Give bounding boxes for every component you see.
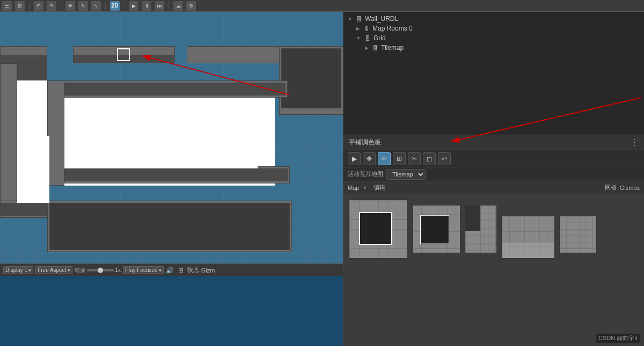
scene-canvas[interactable]: ⋮ (0, 12, 343, 263)
2d-toggle[interactable]: 2D (110, 1, 120, 11)
selection-box (117, 48, 130, 61)
tool-paint[interactable]: ✏ (378, 152, 391, 165)
tile-sprite-5[interactable] (559, 216, 597, 253)
wall-bottom-dark (49, 203, 290, 250)
sep5 (169, 2, 169, 10)
scene-bottom-bar: Display 1 Free Aspect 缩放 1x Play Focused… (0, 263, 343, 276)
zoom-slider[interactable] (87, 269, 114, 271)
hierarchy-panel: ▼ 🗄 Wall_URDL ▶ 🗄 Map Rooms 0 ▼ 🗄 Grid ▶ (343, 12, 644, 135)
tile-palette-header: 平铺调色板 ⋮ (343, 135, 644, 150)
tile-palette-toolbar: ▶ ✥ ✏ ⊞ ✂ ◻ ↩ (343, 150, 644, 167)
tile-sprite-2[interactable] (412, 205, 460, 253)
tool-fill[interactable]: ↩ (438, 152, 451, 165)
tilemap-content (0, 12, 343, 263)
hierarchy-mesh-icon: 🗄 (355, 15, 363, 23)
gizmos-label: Gizm (201, 267, 215, 274)
tool-move[interactable]: ✥ (363, 152, 376, 165)
room-inner2 (64, 136, 258, 168)
tile-sprite-4[interactable] (501, 216, 555, 259)
map-bar-right: 网格 Gizmos (605, 183, 640, 192)
sep4 (124, 2, 125, 10)
aspect-dropdown[interactable]: Free Aspect (35, 266, 72, 274)
expand-triangle2: ▶ (356, 26, 360, 31)
tile-sprite-1[interactable] (349, 200, 408, 259)
tile-palette-menu-icon[interactable]: ⋮ (630, 137, 639, 148)
rotate-icon[interactable]: ↻ (78, 1, 88, 11)
tile-sprite-3[interactable] (465, 205, 497, 253)
wall-bottom-dark (0, 203, 47, 216)
resize-handle: ⋮ (335, 256, 341, 262)
wall-block (187, 46, 283, 63)
tool-picker[interactable]: ✂ (408, 152, 421, 165)
sep2 (61, 2, 61, 10)
hierarchy-item-label4: Tilemap (381, 44, 404, 51)
wall-left (0, 63, 17, 203)
active-tilemap-row: 活动瓦片地图 Tilemap (343, 167, 644, 181)
map-label: Map (348, 185, 359, 191)
speaker-icon[interactable]: 🔊 (166, 266, 174, 275)
wall-col-left (47, 80, 64, 186)
tool-select[interactable]: ▶ (348, 152, 361, 165)
right-panel-wrapper: ▼ 🗄 Wall_URDL ▶ 🗄 Map Rooms 0 ▼ 🗄 Grid ▶ (343, 12, 644, 346)
hierarchy-item-label2: Map Rooms 0 (372, 25, 413, 32)
tile-palette-title: 平铺调色板 (349, 138, 381, 147)
wall-inner (281, 48, 341, 108)
screen-icon[interactable]: ⊞ (177, 266, 185, 275)
cloud-icon[interactable]: ☁ (173, 1, 183, 11)
hierarchy-mesh-icon3: 🗄 (364, 34, 371, 42)
game-view-background (0, 276, 343, 346)
tool-erase[interactable]: ◻ (423, 152, 436, 165)
hierarchy-item-label3: Grid (374, 34, 386, 42)
zoom-value: 1x (115, 267, 121, 273)
menu-icon[interactable]: ☰ (2, 1, 12, 11)
hierarchy-mesh-icon4: 🗄 (371, 44, 379, 51)
top-toolbar: ☰ ⊞ ↶ ↷ ✥ ↻ ⤡ 2D ▶ ⏸ ⏭ ☁ ⚙ (0, 0, 644, 12)
main-layout: ⋮ Display 1 Free Aspect 缩放 1x Play Focus… (0, 12, 644, 346)
hierarchy-item-wall-urdl[interactable]: ▼ 🗄 Wall_URDL (343, 14, 644, 24)
expand-triangle: ▼ (348, 17, 352, 21)
play-icon[interactable]: ▶ (129, 1, 138, 11)
hierarchy-item-map-rooms[interactable]: ▶ 🗄 Map Rooms 0 (343, 24, 644, 33)
hierarchy-item-label: Wall_URDL (365, 15, 398, 23)
tool-box[interactable]: ⊞ (393, 152, 406, 165)
wall-interior-dark (49, 83, 286, 95)
map-dropdown-arrow[interactable]: ▼ (362, 185, 367, 190)
tilemap-select[interactable]: Tilemap (386, 169, 426, 180)
wall-block-dark (0, 55, 47, 63)
settings-icon[interactable]: ⚙ (186, 1, 196, 11)
pause-icon[interactable]: ⏸ (142, 1, 151, 11)
grid-label: 网格 (605, 183, 617, 192)
edit-label[interactable]: 编辑 (374, 183, 385, 192)
redo-icon[interactable]: ↷ (47, 1, 56, 11)
zoom-thumb (98, 268, 103, 273)
map-bar: Map ▼ 编辑 网格 Gizmos (343, 181, 644, 194)
display-dropdown[interactable]: Display 1 (3, 266, 33, 274)
sep3 (105, 2, 106, 10)
scale-icon[interactable]: ⤡ (91, 1, 101, 11)
status-label: 状态 (187, 266, 199, 274)
watermark: CSDN @向宇it (596, 334, 640, 343)
undo-icon[interactable]: ↶ (34, 1, 43, 11)
zoom-control: 缩放 1x (75, 267, 121, 274)
tile-palette-panel: 平铺调色板 ⋮ ▶ ✥ ✏ ⊞ ✂ ◻ ↩ 活动瓦片地图 Tilemap (343, 135, 644, 346)
hierarchy-item-grid[interactable]: ▼ 🗄 Grid (343, 33, 644, 43)
zoom-label: 缩放 (75, 267, 85, 274)
wall-interior-bottom-dark (49, 168, 288, 181)
step-icon[interactable]: ⏭ (155, 1, 164, 11)
hierarchy-item-tilemap[interactable]: ▶ 🗄 Tilemap (343, 43, 644, 53)
map-bar-left: Map ▼ 编辑 (348, 183, 385, 192)
tile-palette-canvas: CSDN @向宇it (343, 194, 644, 346)
expand-triangle3: ▼ (356, 36, 361, 41)
room2 (17, 136, 49, 203)
hierarchy-mesh-icon2: 🗄 (363, 25, 370, 32)
sep1 (29, 2, 30, 10)
expand-triangle4: ▶ (365, 46, 368, 50)
wall-block-dark (17, 63, 47, 80)
grid-icon[interactable]: ⊞ (15, 1, 25, 11)
play-focused-dropdown[interactable]: Play Focused (123, 266, 164, 274)
scene-panel: ⋮ Display 1 Free Aspect 缩放 1x Play Focus… (0, 12, 343, 346)
gizmos-label: Gizmos (620, 185, 640, 191)
move-icon[interactable]: ✥ (65, 1, 75, 11)
active-tilemap-label: 活动瓦片地图 (348, 170, 383, 178)
